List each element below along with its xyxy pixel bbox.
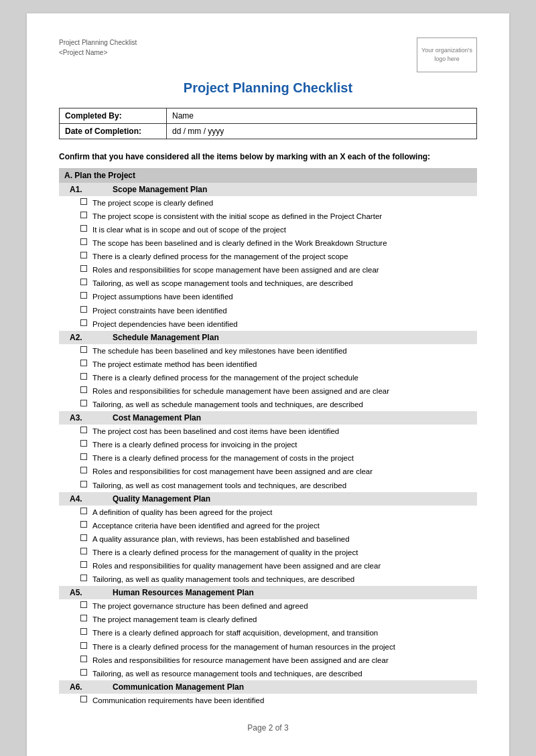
checkbox-icon[interactable]: [80, 561, 87, 568]
subsection-A1.-header: A1.Scope Management Plan: [59, 183, 477, 196]
list-item[interactable]: Roles and responsibilities for schedule …: [59, 384, 477, 398]
list-item[interactable]: A definition of quality has been agreed …: [59, 506, 477, 519]
list-item[interactable]: There is a clearly defined process for t…: [59, 451, 477, 465]
list-item[interactable]: It is clear what is in scope and out of …: [59, 223, 477, 236]
checkbox-icon[interactable]: [80, 642, 87, 649]
list-item[interactable]: There is a clearly defined process for t…: [59, 546, 477, 559]
checkbox-icon[interactable]: [80, 373, 87, 380]
checkbox-icon[interactable]: [80, 669, 87, 676]
item-text: A definition of quality has been agreed …: [92, 507, 273, 518]
header-meta: Project Planning Checklist <Project Name…: [59, 37, 137, 58]
checkbox-icon[interactable]: [80, 453, 87, 460]
subsection-A2.-title: Schedule Management Plan: [113, 333, 219, 342]
item-text: There is a clearly defined process for t…: [92, 372, 358, 383]
checkbox-icon[interactable]: [80, 481, 87, 487]
instructions-text: Confirm that you have considered all the…: [59, 151, 477, 163]
checkbox-icon[interactable]: [80, 508, 87, 514]
item-text: There is a clearly defined process for t…: [92, 547, 358, 558]
list-item[interactable]: There is a clearly defined process for t…: [59, 640, 477, 654]
list-item[interactable]: The project cost has been baselined and …: [59, 425, 477, 438]
checkbox-icon[interactable]: [80, 400, 87, 406]
checkbox-icon[interactable]: [80, 198, 87, 205]
checkbox-icon[interactable]: [80, 238, 87, 245]
list-item[interactable]: Tailoring, as well as schedule managemen…: [59, 398, 477, 411]
item-text: Roles and responsibilities for scope man…: [92, 264, 379, 275]
checkbox-icon[interactable]: [80, 212, 87, 218]
list-item[interactable]: Roles and responsibilities for quality m…: [59, 559, 477, 573]
item-text: The project scope is clearly defined: [92, 198, 213, 208]
list-item[interactable]: The scope has been baselined and is clea…: [59, 236, 477, 250]
checkbox-icon[interactable]: [80, 252, 87, 258]
checkbox-icon[interactable]: [80, 279, 87, 285]
checkbox-icon[interactable]: [80, 615, 87, 621]
list-item[interactable]: The project estimate method has been ide…: [59, 358, 477, 371]
date-row: Date of Completion: dd / mm / yyyy: [60, 124, 477, 139]
main-title: Project Planning Checklist: [59, 80, 477, 96]
list-item[interactable]: Tailoring, as well as scope management t…: [59, 277, 477, 290]
checkbox-icon[interactable]: [80, 575, 87, 581]
completed-by-value[interactable]: Name: [167, 108, 477, 124]
subsection-A3.-num: A3.: [59, 413, 113, 423]
list-item[interactable]: Tailoring, as well as cost management to…: [59, 479, 477, 492]
checkbox-icon[interactable]: [80, 360, 87, 366]
date-label: Date of Completion:: [60, 124, 167, 139]
list-item[interactable]: The project scope is clearly defined: [59, 196, 477, 210]
subsection-A6.-num: A6.: [59, 682, 113, 692]
checkbox-icon[interactable]: [80, 225, 87, 232]
item-text: There is a clearly defined process for t…: [92, 641, 395, 652]
checkbox-icon[interactable]: [80, 521, 87, 528]
item-text: There is a clearly defined process for i…: [92, 439, 297, 450]
checkbox-icon[interactable]: [80, 628, 87, 635]
checkbox-icon[interactable]: [80, 346, 87, 353]
checkbox-icon[interactable]: [80, 467, 87, 473]
list-item[interactable]: Communication requirements have been ide…: [59, 694, 477, 707]
document-page: Project Planning Checklist <Project Name…: [27, 13, 509, 756]
list-item[interactable]: Project assumptions have been identified: [59, 290, 477, 303]
checkbox-icon[interactable]: [80, 534, 87, 541]
item-text: Tailoring, as well as resource managemen…: [92, 668, 362, 679]
list-item[interactable]: The schedule has been baselined and key …: [59, 344, 477, 358]
list-item[interactable]: The project scope is consistent with the…: [59, 210, 477, 223]
subsection-A3.-header: A3.Cost Management Plan: [59, 411, 477, 425]
checkbox-icon[interactable]: [80, 696, 87, 702]
subsection-A4.-title: Quality Management Plan: [113, 494, 210, 504]
checkbox-icon[interactable]: [80, 427, 87, 433]
item-text: Tailoring, as well as schedule managemen…: [92, 399, 363, 410]
list-item[interactable]: Roles and responsibilities for resource …: [59, 654, 477, 667]
list-item[interactable]: A quality assurance plan, with reviews, …: [59, 532, 477, 546]
list-item[interactable]: Tailoring, as well as resource managemen…: [59, 667, 477, 680]
list-item[interactable]: There is a clearly defined approach for …: [59, 626, 477, 639]
list-item[interactable]: The project governance structure has bee…: [59, 599, 477, 613]
list-item[interactable]: Roles and responsibilities for cost mana…: [59, 465, 477, 478]
subsection-A5.-header: A5.Human Resources Management Plan: [59, 586, 477, 599]
date-value[interactable]: dd / mm / yyyy: [167, 124, 477, 139]
subsections-container: A1.Scope Management PlanThe project scop…: [59, 183, 477, 707]
item-text: The scope has been baselined and is clea…: [92, 238, 387, 248]
item-text: Tailoring, as well as cost management to…: [92, 480, 346, 491]
list-item[interactable]: Project constraints have been identified: [59, 304, 477, 317]
item-text: Tailoring, as well as scope management t…: [92, 278, 353, 289]
checkbox-icon[interactable]: [80, 292, 87, 299]
checkbox-icon[interactable]: [80, 319, 87, 326]
item-text: The project governance structure has bee…: [92, 601, 308, 611]
list-item[interactable]: The project management team is clearly d…: [59, 613, 477, 626]
checkbox-icon[interactable]: [80, 265, 87, 272]
list-item[interactable]: There is a clearly defined process for t…: [59, 371, 477, 384]
checkbox-icon[interactable]: [80, 440, 87, 447]
subsection-A5.-num: A5.: [59, 588, 113, 597]
subsection-A4.-header: A4.Quality Management Plan: [59, 492, 477, 506]
page-footer: Page 2 of 3: [59, 723, 477, 733]
list-item[interactable]: There is a clearly defined process for t…: [59, 250, 477, 263]
list-item[interactable]: Acceptance criteria have been identified…: [59, 519, 477, 532]
checkbox-icon[interactable]: [80, 386, 87, 393]
list-item[interactable]: Project dependencies have been identifie…: [59, 317, 477, 331]
list-item[interactable]: Tailoring, as well as quality management…: [59, 573, 477, 586]
checkbox-icon[interactable]: [80, 656, 87, 662]
item-text: Project dependencies have been identifie…: [92, 319, 238, 329]
checkbox-icon[interactable]: [80, 601, 87, 608]
item-text: There is a clearly defined process for t…: [92, 251, 348, 262]
checkbox-icon[interactable]: [80, 548, 87, 554]
list-item[interactable]: There is a clearly defined process for i…: [59, 438, 477, 451]
checkbox-icon[interactable]: [80, 306, 87, 313]
list-item[interactable]: Roles and responsibilities for scope man…: [59, 263, 477, 277]
